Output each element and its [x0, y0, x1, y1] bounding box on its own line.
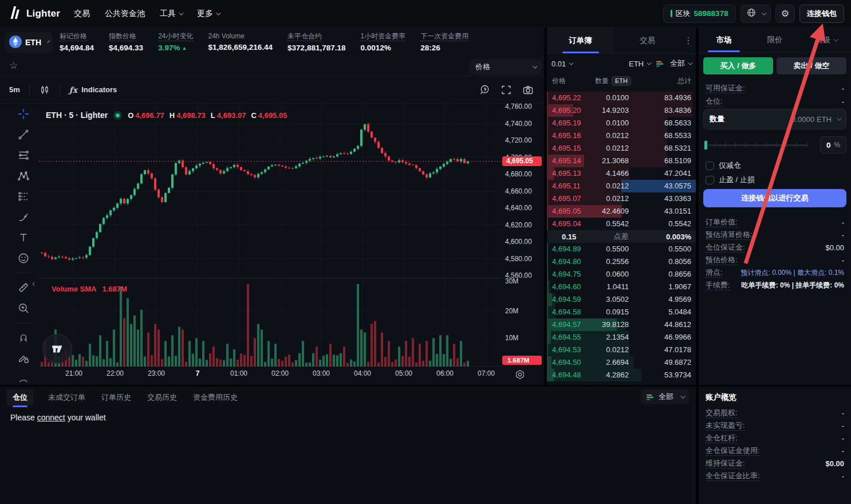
xabcd-pattern-icon[interactable]	[17, 170, 30, 182]
orderbook-panel: 订单簿交易⋮ 0.01 ETH 全部 价格	[547, 27, 696, 385]
size-bar	[547, 268, 548, 281]
sell-short-button[interactable]: 卖出 / 做空	[777, 57, 846, 74]
lock-all-drawings-icon[interactable]	[17, 352, 30, 364]
orderbook-bid-row[interactable]: 4,694.800.25560.8056	[547, 255, 696, 268]
ruler-icon[interactable]	[17, 281, 30, 294]
time-axis[interactable]: 21:0022:0023:00701:0002:0003:0004:0005:0…	[0, 368, 503, 381]
price-header: 价格	[552, 76, 566, 86]
orderbook-ask-row[interactable]: 4,695.160.021268.5533	[547, 129, 696, 142]
connect-link[interactable]: connect	[37, 413, 65, 422]
orderbook-bid-row[interactable]: 4,694.484.286253.9734	[547, 369, 696, 381]
total-cell: 68.5633	[664, 117, 691, 129]
nav-item[interactable]: 工具	[160, 9, 182, 19]
text-icon[interactable]	[17, 231, 30, 244]
candlestick-chart[interactable]	[39, 104, 503, 367]
trade-info-label: 订单价值:	[706, 218, 738, 227]
tp-sl-checkbox[interactable]: 止盈 / 止损	[706, 175, 755, 185]
orderbook-tab-交易[interactable]: 交易	[614, 27, 681, 53]
orderbook-ask-row[interactable]: 4,695.070.021243.0363	[547, 192, 696, 205]
positions-filter-dropdown[interactable]: 全部	[641, 389, 689, 404]
fullscreen-icon[interactable]	[501, 84, 512, 96]
settings-button[interactable]: ⚙	[775, 5, 795, 23]
orderbook-ask-row[interactable]: 4,695.110.021243.0575	[547, 180, 696, 192]
price-cell: 4,695.16	[552, 129, 581, 142]
orderbook-ask-row[interactable]: 4,695.040.55420.5542	[547, 218, 696, 230]
more-menu-icon[interactable]: ⋮	[681, 27, 696, 53]
toolbar-collapse-handle[interactable]: ‹	[32, 278, 35, 289]
magnet-icon[interactable]	[17, 331, 30, 344]
orderbook-tab-订单簿[interactable]: 订单簿	[547, 27, 614, 53]
brand[interactable]: Lighter	[8, 5, 60, 22]
trade-info-value: -	[842, 231, 844, 239]
trade-info-row: 手续费:吃单手续费: 0% | 挂单手续费: 0%	[706, 279, 844, 291]
reduce-only-checkbox[interactable]: 仅减仓	[706, 160, 741, 171]
orderbook-bid-row[interactable]: 4,694.580.09155.0484	[547, 306, 696, 318]
fib-lines-icon[interactable]	[17, 149, 30, 162]
orderbook-ask-row[interactable]: 4,695.0542.460943.0151	[547, 205, 696, 218]
nav-item[interactable]: 交易	[74, 9, 90, 19]
percent-input[interactable]: 0 %	[820, 136, 846, 153]
positions-tab-资金费用历史[interactable]: 资金费用历史	[192, 389, 239, 405]
orderbook-bid-row[interactable]: 4,694.502.669449.6872	[547, 356, 696, 369]
orderbook-bid-row[interactable]: 4,694.530.021247.0178	[547, 344, 696, 356]
indicators-button[interactable]: ƒx Indicators	[69, 85, 117, 94]
favorite-star-icon[interactable]: ☆	[9, 60, 18, 72]
orderbook-ask-row[interactable]: 4,695.190.010068.5633	[547, 117, 696, 129]
size-slider-row: 0 %	[703, 136, 846, 153]
tick-size-dropdown[interactable]: 0.01	[551, 60, 572, 68]
orderbook-bid-row[interactable]: 4,694.601.04111.9067	[547, 281, 696, 293]
positions-tab-交易历史[interactable]: 交易历史	[146, 389, 178, 405]
market-selector[interactable]: ETH	[5, 32, 53, 53]
orderbook-ask-row[interactable]: 4,695.1421.306868.5109	[547, 155, 696, 167]
tradingview-logo[interactable]	[42, 334, 72, 364]
positions-tab-订单历史[interactable]: 订单历史	[100, 389, 132, 405]
brush-icon[interactable]	[17, 211, 30, 223]
trade-tab-限价[interactable]: 限价	[750, 27, 801, 52]
forecast-icon[interactable]	[17, 190, 30, 203]
zoom-in-icon[interactable]	[17, 302, 30, 314]
position-label: 仓位:	[706, 97, 723, 107]
amount-input[interactable]: 数量 0.0000 ETH	[703, 109, 846, 129]
volume-value: 1.687M	[103, 285, 127, 293]
price-tick-label: 4,720.00	[505, 136, 532, 144]
connect-wallet-trade-button[interactable]: 连接钱包以进行交易	[703, 189, 846, 207]
account-row-value: -	[842, 422, 844, 430]
emoji-icon[interactable]	[17, 252, 30, 265]
orderbook-ask-row[interactable]: 4,695.134.146647.2041	[547, 167, 696, 180]
quick-view-icon[interactable]	[514, 369, 526, 380]
orderbook-bid-row[interactable]: 4,694.593.05024.9569	[547, 293, 696, 306]
candle-style-button[interactable]	[39, 84, 50, 96]
price-axis[interactable]: 4,760.004,740.004,720.004,700.004,680.00…	[505, 104, 543, 381]
orderbook-ask-row[interactable]: 4,695.2014.920383.4836	[547, 104, 696, 117]
language-button[interactable]	[740, 5, 771, 23]
size-bar	[547, 180, 548, 192]
trend-line-icon[interactable]	[17, 128, 30, 141]
price-cell: 4,694.55	[552, 331, 581, 344]
nav-item[interactable]: 公共资金池	[105, 9, 145, 19]
orderbook-bid-row[interactable]: 4,694.5739.812844.8612	[547, 318, 696, 331]
price-scale-dropdown[interactable]: 价格	[470, 59, 542, 74]
size-unit-badge: ETH	[612, 76, 631, 86]
trade-tab-市场[interactable]: 市场	[699, 27, 750, 52]
trade-tab-高级[interactable]: 高级	[800, 27, 851, 52]
interval-button[interactable]: 5m	[9, 85, 20, 94]
connect-wallet-message: Please connect your wallet	[10, 413, 106, 422]
depth-filter-dropdown[interactable]: 全部	[670, 58, 691, 69]
orderbook-bid-row[interactable]: 4,694.552.135446.9966	[547, 331, 696, 344]
slider-thumb[interactable]	[703, 140, 708, 151]
orderbook-bid-row[interactable]: 4,694.750.06000.8656	[547, 268, 696, 281]
bar-replay-icon[interactable]	[479, 84, 490, 96]
crosshair-icon[interactable]	[17, 108, 30, 120]
camera-icon[interactable]	[522, 84, 534, 96]
nav-item[interactable]: 更多	[197, 9, 219, 19]
positions-tab-未成交订单[interactable]: 未成交订单	[47, 389, 86, 405]
buy-long-button[interactable]: 买入 / 做多	[703, 57, 773, 74]
orderbook-ask-row[interactable]: 4,695.220.010083.4936	[547, 92, 696, 104]
account-row-label: 全仓保证金比率:	[706, 471, 760, 481]
orderbook-bid-row[interactable]: 4,694.890.55000.5500	[547, 243, 696, 255]
positions-tab-仓位[interactable]: 仓位	[7, 389, 33, 405]
unit-dropdown[interactable]: ETH	[629, 60, 650, 68]
orderbook-ask-row[interactable]: 4,695.150.021268.5321	[547, 142, 696, 155]
connect-wallet-button[interactable]: 连接钱包	[799, 5, 844, 23]
trade-tabs: 市场限价高级	[699, 27, 851, 53]
